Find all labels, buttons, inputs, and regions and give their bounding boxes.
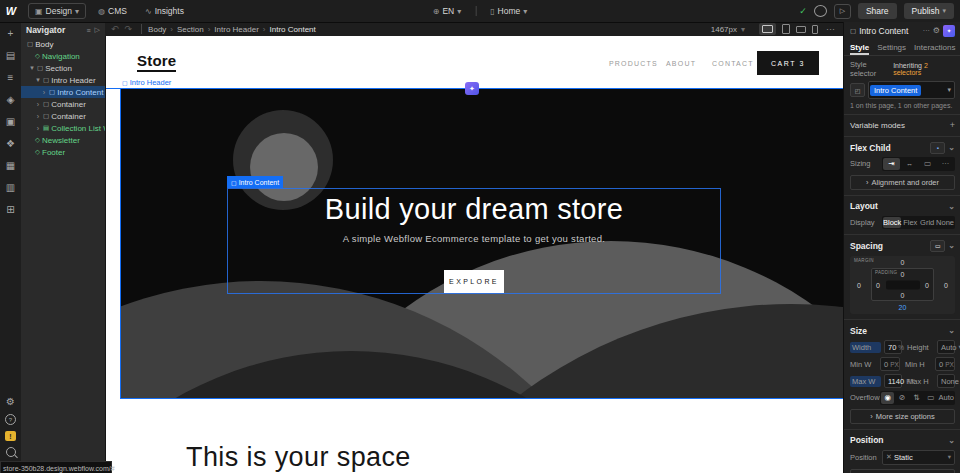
caret-right-icon[interactable]: › [35, 113, 41, 120]
audit-warning-icon[interactable]: ! [5, 431, 16, 441]
style-guide-icon[interactable]: ▥ [3, 181, 18, 194]
padding-left-value[interactable]: 0 [876, 281, 880, 288]
display-flex-option[interactable]: Flex [902, 217, 918, 229]
padding-right-value[interactable]: 0 [925, 281, 929, 288]
more-breakpoints-icon[interactable]: ··· [826, 24, 835, 34]
display-block-option[interactable]: Block [883, 217, 901, 229]
cart-button[interactable]: CART 3 [757, 51, 819, 75]
display-grid-option[interactable]: Grid [919, 217, 935, 229]
design-menu-button[interactable]: ▣ Design ▾ [28, 3, 86, 19]
breakpoint-landscape-button[interactable] [796, 26, 806, 33]
caret-right-icon[interactable]: › [41, 89, 47, 96]
assets-icon[interactable]: ▣ [3, 115, 18, 128]
width-unit[interactable]: % [898, 344, 904, 351]
apps-icon[interactable]: ⊞ [3, 203, 18, 216]
overflow-hidden-option[interactable]: ⊘ [895, 392, 908, 404]
settings-gear-icon[interactable]: ⚙ [3, 395, 18, 408]
publish-button[interactable]: Publish ▾ [904, 3, 954, 19]
share-button[interactable]: Share [858, 3, 897, 19]
caret-right-icon[interactable]: › [35, 125, 41, 132]
intro-header-section[interactable]: ▢ Intro Content Build your dream store A… [120, 89, 843, 399]
margin-right-value[interactable]: 0 [944, 282, 948, 289]
navigator-item-collection-list[interactable]: › ▤ Collection List Wra... [21, 122, 105, 134]
max-width-input[interactable]: 1140 PX [884, 374, 902, 388]
breakpoint-indicator-icon[interactable]: ◰ [850, 83, 865, 97]
margin-left-value[interactable]: 0 [857, 282, 861, 289]
collapse-section-icon[interactable]: ⌄ [948, 241, 955, 250]
caret-down-icon[interactable]: ▾ [35, 76, 41, 84]
sizing-fixed-option[interactable]: ▭ [919, 158, 936, 170]
navigator-icon[interactable]: ≡ [3, 71, 18, 84]
navigator-item-navigation[interactable]: ◇ Navigation [21, 50, 105, 62]
collapse-section-icon[interactable]: ⌄ [948, 326, 955, 335]
float-and-clear-button[interactable]: › Float and clear [850, 469, 955, 473]
comments-icon[interactable] [814, 5, 827, 17]
spacing-drag-handle[interactable]: ✦ [465, 82, 479, 95]
padding-bottom-value[interactable]: 0 [901, 292, 905, 299]
navigator-item-newsletter[interactable]: ◇ Newsletter [21, 134, 105, 146]
collapse-section-icon[interactable]: ⌄ [948, 202, 955, 211]
spacing-mode-icon[interactable]: ▭ [930, 240, 945, 252]
sizing-shrink-option[interactable]: ⇥ [883, 158, 900, 170]
navigator-item-container[interactable]: › ▢ Container [21, 98, 105, 110]
tab-settings[interactable]: Settings [877, 43, 906, 55]
undo-icon[interactable]: ↶ [111, 24, 119, 34]
chevron-down-icon[interactable]: ▾ [947, 86, 953, 94]
min-height-input[interactable]: 0 PX [935, 357, 955, 371]
breakpoint-tablet-button[interactable] [782, 24, 790, 34]
components-icon[interactable]: ◈ [3, 93, 18, 106]
max-height-input[interactable]: None ▾ [937, 374, 955, 388]
collapse-section-icon[interactable]: ⌄ [948, 436, 955, 445]
breakpoint-mobile-button[interactable] [812, 25, 818, 34]
breadcrumb-intro-header[interactable]: Intro Header [214, 25, 258, 34]
navigator-item-intro-header[interactable]: ▾ ▢ Intro Header [21, 74, 105, 86]
width-input[interactable]: 70 % [884, 340, 902, 354]
overflow-clip-option[interactable]: ▭ [924, 392, 937, 404]
caret-down-icon[interactable]: ▾ [29, 64, 35, 72]
navigator-item-intro-content[interactable]: › ▢ Intro Content [21, 86, 105, 98]
class-pill[interactable]: Intro Content [870, 85, 921, 96]
nav-link-contact[interactable]: CONTACT [712, 60, 754, 67]
navigator-item-section[interactable]: ▾ ▢ Section [21, 62, 105, 74]
padding-top-value[interactable]: 0 [901, 271, 905, 278]
intro-content-badge[interactable]: ▢ Intro Content [227, 176, 283, 188]
more-options-icon[interactable]: ··· [923, 27, 930, 34]
collapse-all-icon[interactable]: ≡ [87, 27, 91, 34]
class-selector-input[interactable]: Intro Content ▾ [868, 81, 955, 99]
position-dropdown[interactable]: ✕ Static ▾ [882, 450, 955, 465]
webflow-logo-icon[interactable]: W [0, 5, 22, 17]
locale-switcher[interactable]: ⊕ EN ▾ [427, 4, 468, 18]
margin-top-value[interactable]: 0 [901, 259, 905, 266]
pin-panel-icon[interactable]: ▷ [95, 26, 100, 34]
breadcrumb-section[interactable]: Section [177, 25, 204, 34]
preview-button[interactable]: ▷ [834, 4, 851, 19]
navigator-item-container-2[interactable]: › ▢ Container [21, 110, 105, 122]
intro-header-badge[interactable]: ▢ Intro Header [122, 78, 171, 87]
ai-assistant-button[interactable]: ✦ [943, 25, 955, 37]
add-variable-mode-icon[interactable]: + [950, 120, 955, 130]
min-height-unit[interactable]: PX [945, 361, 954, 368]
variables-icon[interactable]: ❖ [3, 137, 18, 150]
insights-button[interactable]: ∿ Insights [139, 4, 190, 18]
overflow-visible-option[interactable]: ◉ [881, 392, 894, 404]
redo-icon[interactable]: ↷ [125, 24, 133, 34]
sizing-grow-option[interactable]: ↔ [901, 158, 918, 170]
canvas-width-value[interactable]: 1467px [711, 25, 737, 34]
navigator-item-footer[interactable]: ◇ Footer [21, 146, 105, 158]
overflow-scroll-option[interactable]: ⇅ [910, 392, 923, 404]
tab-interactions[interactable]: Interactions [914, 43, 955, 55]
min-width-unit[interactable]: PX [890, 361, 899, 368]
min-width-input[interactable]: 0 PX [880, 357, 900, 371]
search-icon[interactable] [6, 447, 16, 457]
collapse-section-icon[interactable]: ⌄ [948, 143, 955, 152]
flex-parent-indicator-icon[interactable]: ▪ [930, 142, 945, 154]
explore-button[interactable]: EXPLORE [444, 270, 504, 293]
nav-link-products[interactable]: PRODUCTS [609, 60, 658, 67]
tab-style[interactable]: Style [850, 43, 869, 55]
display-none-option[interactable]: None [936, 217, 954, 229]
alignment-and-order-button[interactable]: › Alignment and order [850, 175, 955, 190]
element-settings-icon[interactable]: ⚙ [933, 26, 940, 35]
help-icon[interactable]: ? [5, 414, 16, 425]
breakpoint-desktop-button[interactable] [759, 23, 776, 35]
cms-button[interactable]: ◍ CMS [92, 4, 133, 18]
